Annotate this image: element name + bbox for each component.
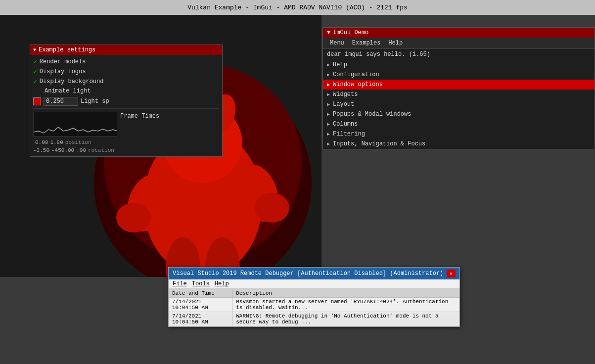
table-row: 7/14/2021 10:04:50 AM Msvsmon started a … [169,298,459,312]
section-layout[interactable]: ▶ Layout [323,99,595,109]
imgui-demo-panel: ▼ ImGui Demo Menu Examples Help dear img… [322,27,595,149]
checkmark-render-models: ✓ [33,58,37,66]
row1-description: Msvsmon started a new server named 'RYUZ… [233,298,459,312]
section-window-options-arrow: ▶ [327,82,330,88]
section-layout-label: Layout [333,101,354,108]
rot-val-3: .00 [76,147,86,153]
section-configuration-label: Configuration [333,71,379,78]
rot-val-2: -450.00 [51,147,74,153]
light-speed-label: Light sp [81,98,109,105]
row2-datetime: 7/14/2021 10:04:50 AM [169,312,233,326]
menu-item-examples[interactable]: Examples [348,39,385,47]
section-configuration-arrow: ▶ [327,72,330,78]
vs-menubar: File Tools Help [169,279,459,289]
vs-debugger-dialog: Visual Studio 2019 Remote Debugger [Auth… [168,267,460,327]
animate-light-label: Animate light [45,88,91,94]
imgui-title-arrow: ▼ [327,29,330,36]
section-columns-label: Columns [333,121,358,128]
frame-graph [33,112,117,136]
section-popups-arrow: ▶ [327,111,330,117]
animate-light-row[interactable]: Animate light [33,87,219,95]
vs-menu-tools[interactable]: Tools [192,280,210,287]
panel-title-label: Example settings [39,46,95,53]
pos-val-3: 1.80 [50,139,63,145]
separator [33,108,219,109]
section-help-arrow: ▶ [327,62,330,68]
frame-times-label: Frame Times [120,112,159,120]
section-window-options-label: Window options [333,81,383,88]
rot-val-1: -3.50 [33,147,49,153]
vs-close-button[interactable]: × [447,270,456,277]
vs-debugger-title: Visual Studio 2019 Remote Debugger [Auth… [173,270,443,277]
section-layout-arrow: ▶ [327,101,330,107]
light-speed-row: Light sp [33,95,219,107]
row1-datetime: 7/14/2021 10:04:50 AM [169,298,233,312]
section-help[interactable]: ▶ Help [323,60,595,70]
section-inputs-nav-arrow: ▶ [327,141,330,147]
col-datetime: Date and Time [169,289,233,298]
vs-debugger-title-bar: Visual Studio 2019 Remote Debugger [Auth… [169,268,459,279]
section-filtering-arrow: ▶ [327,131,330,137]
imgui-title-label: ImGui Demo [333,29,368,36]
imgui-menubar: Menu Examples Help [323,38,595,49]
section-columns-arrow: ▶ [327,121,330,127]
panel-body: ✓ Render models ✓ Display logos ✓ Displa… [30,55,222,156]
section-widgets[interactable]: ▶ Widgets [323,90,595,99]
pos-val-2: 0.00 [35,139,48,145]
rotation-row: -3.50 -450.00 .00 rotation [33,146,219,154]
vs-table-body: 7/14/2021 10:04:50 AM Msvsmon started a … [169,298,459,326]
checkbox-label-render-models: Render models [40,58,86,65]
position-label: position [65,139,92,145]
checkmark-display-logos: ✓ [33,68,37,76]
vs-log-table: Date and Time Description 7/14/2021 10:0… [169,289,459,326]
panel-collapse-arrow: ▼ [33,47,36,53]
frame-times-section: Frame Times [33,110,219,138]
section-widgets-arrow: ▶ [327,91,330,97]
position-row: 0.00 1.80 position [33,138,219,146]
checkbox-label-display-logos: Display logos [40,68,86,75]
menu-item-help[interactable]: Help [384,39,407,47]
imgui-demo-title[interactable]: ▼ ImGui Demo [323,28,595,38]
example-settings-title[interactable]: ▼ Example settings [30,45,222,55]
section-inputs-nav[interactable]: ▶ Inputs, Navigation & Focus [323,139,595,149]
color-swatch[interactable] [33,97,41,105]
svg-rect-16 [34,112,117,136]
checkbox-display-background[interactable]: ✓ Display background [33,77,219,87]
section-popups[interactable]: ▶ Popups & Modal windows [323,109,595,119]
section-window-options[interactable]: ▶ Window options [323,80,595,90]
title-bar: Vulkan Example - ImGui - AMD RADV NAVI10… [0,0,595,15]
svg-point-10 [255,193,289,223]
checkbox-display-logos[interactable]: ✓ Display logos [33,67,219,77]
frame-graph-svg [34,112,117,136]
example-settings-panel: ▼ Example settings ✓ Render models ✓ Dis… [30,45,223,157]
vs-table-header: Date and Time Description [169,289,459,298]
col-description: Description [233,289,459,298]
section-columns[interactable]: ▶ Columns [323,119,595,129]
svg-point-9 [116,203,151,232]
row2-description: WARNING: Remote debugging in 'No Authent… [233,312,459,326]
section-widgets-label: Widgets [333,91,358,98]
vs-menu-file[interactable]: File [173,280,187,287]
imgui-hello-text: dear imgui says hello. (1.65) [323,49,595,60]
checkmark-display-background: ✓ [33,78,37,86]
rotation-label: rotation [88,147,114,153]
section-inputs-nav-label: Inputs, Navigation & Focus [333,140,425,147]
checkbox-label-display-background: Display background [40,78,104,85]
vs-menu-help[interactable]: Help [215,280,229,287]
section-filtering-label: Filtering [333,131,365,137]
section-filtering[interactable]: ▶ Filtering [323,129,595,139]
section-help-label: Help [333,61,347,68]
section-configuration[interactable]: ▶ Configuration [323,70,595,80]
light-speed-input[interactable] [44,97,78,106]
section-popups-label: Popups & Modal windows [333,111,411,118]
table-row: 7/14/2021 10:04:50 AM WARNING: Remote de… [169,312,459,326]
menu-item-menu[interactable]: Menu [326,39,348,47]
checkbox-render-models[interactable]: ✓ Render models [33,57,219,67]
window-title: Vulkan Example - ImGui - AMD RADV NAVI10… [187,4,408,11]
